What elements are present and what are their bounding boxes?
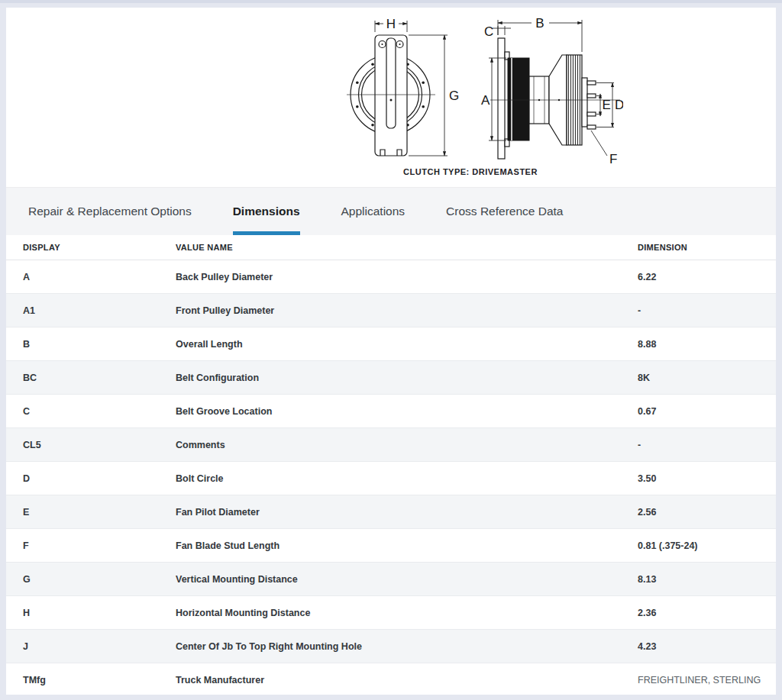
table-row: C Belt Groove Location 0.67 — [6, 395, 776, 428]
table-row: H Horizontal Mounting Distance 2.36 — [6, 596, 776, 630]
table-row: TMfg Truck Manufacturer FREIGHTLINER, ST… — [6, 663, 776, 695]
clutch-diagram-section: H G — [6, 8, 776, 187]
cell-dimension: FREIGHTLINER, STERLING — [638, 675, 776, 685]
table-row: J Center Of Jb To Top Right Mounting Hol… — [6, 630, 776, 663]
dim-label-g: G — [449, 89, 459, 103]
cell-value-name: Belt Groove Location — [176, 406, 638, 417]
table-row: A1 Front Pulley Diameter - — [6, 294, 776, 327]
tab-dimensions[interactable]: Dimensions — [233, 188, 300, 235]
table-row: E Fan Pilot Diameter 2.56 — [6, 495, 776, 529]
cell-dimension: 8.13 — [638, 574, 776, 585]
dim-label-f: F — [609, 152, 617, 166]
cell-dimension: 3.50 — [638, 473, 776, 484]
cell-display: F — [23, 540, 176, 551]
table-row: A Back Pulley Diameter 6.22 — [6, 260, 776, 294]
cell-dimension: 0.81 (.375-24) — [638, 540, 776, 551]
dimensions-table-body: A Back Pulley Diameter 6.22 A1 Front Pul… — [6, 260, 776, 695]
cell-dimension: 6.22 — [638, 272, 776, 282]
table-row: G Vertical Mounting Distance 8.13 — [6, 563, 776, 596]
cell-value-name: Front Pulley Diameter — [176, 305, 638, 316]
cell-value-name: Fan Blade Stud Length — [176, 540, 638, 551]
cell-value-name: Back Pulley Diameter — [176, 272, 638, 282]
cell-display: B — [23, 339, 176, 350]
cell-dimension: 8K — [638, 373, 776, 383]
dim-label-a: A — [481, 93, 490, 108]
cell-display: CL5 — [23, 440, 176, 450]
cell-display: C — [23, 406, 176, 417]
page-top-edge — [0, 0, 782, 3]
cell-display: G — [23, 574, 176, 585]
front-view: H G — [347, 17, 459, 156]
cell-dimension: 2.36 — [638, 608, 776, 618]
cell-value-name: Truck Manufacturer — [176, 675, 638, 685]
cell-value-name: Horizontal Mounting Distance — [176, 608, 638, 618]
cell-dimension: 2.56 — [638, 507, 776, 518]
cell-value-name: Comments — [176, 440, 638, 450]
cell-display: H — [23, 608, 176, 618]
cell-display: E — [23, 507, 176, 518]
tab-repair-replacement-options[interactable]: Repair & Replacement Options — [28, 188, 192, 235]
cell-dimension: 4.23 — [638, 641, 776, 652]
cell-value-name: Fan Pilot Diameter — [176, 507, 638, 518]
table-row: D Bolt Circle 3.50 — [6, 462, 776, 495]
cell-display: D — [23, 473, 176, 484]
detail-tab-bar: Repair & Replacement Options Dimensions … — [6, 187, 776, 235]
cell-display: J — [23, 641, 176, 652]
cell-value-name: Overall Length — [176, 339, 638, 350]
table-header-row: DISPLAY VALUE NAME DIMENSION — [6, 235, 776, 260]
table-row: BC Belt Configuration 8K — [6, 361, 776, 395]
side-view: B C A E D — [481, 16, 623, 166]
dimensions-table: DISPLAY VALUE NAME DIMENSION A Back Pull… — [6, 235, 776, 695]
column-header-display: DISPLAY — [23, 243, 176, 252]
cell-dimension: - — [638, 305, 776, 316]
cell-dimension: 8.88 — [638, 339, 776, 350]
table-row: F Fan Blade Stud Length 0.81 (.375-24) — [6, 529, 776, 563]
dim-label-h: H — [386, 17, 396, 31]
table-row: CL5 Comments - — [6, 428, 776, 462]
cell-value-name: Center Of Jb To Top Right Mounting Hole — [176, 641, 638, 652]
dim-label-d: D — [615, 98, 623, 112]
cell-display: A1 — [23, 305, 176, 316]
tab-applications[interactable]: Applications — [341, 188, 406, 235]
table-row: B Overall Length 8.88 — [6, 327, 776, 361]
column-header-value-name: VALUE NAME — [176, 243, 638, 252]
column-header-dimension: DIMENSION — [638, 243, 776, 252]
dim-label-c: C — [484, 24, 493, 39]
cell-display: TMfg — [23, 675, 176, 685]
cell-display: A — [23, 272, 176, 282]
cell-value-name: Vertical Mounting Distance — [176, 574, 638, 585]
product-detail-panel: H G — [6, 8, 776, 695]
cell-display: BC — [23, 373, 176, 383]
clutch-type-caption: CLUTCH TYPE: DRIVEMASTER — [318, 167, 623, 176]
dim-label-e: E — [603, 98, 611, 112]
dim-label-b: B — [535, 16, 544, 31]
clutch-diagram: H G — [318, 12, 623, 169]
tab-cross-reference-data[interactable]: Cross Reference Data — [446, 188, 563, 235]
cell-value-name: Belt Configuration — [176, 373, 638, 383]
cell-dimension: - — [638, 440, 776, 450]
cell-value-name: Bolt Circle — [176, 473, 638, 484]
cell-dimension: 0.67 — [638, 406, 776, 417]
